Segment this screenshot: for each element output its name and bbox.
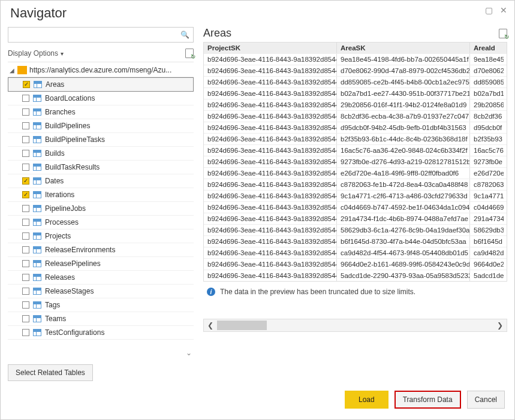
tree-item-areas[interactable]: ✓Areas <box>8 77 194 92</box>
cell: d95dcb0f <box>470 122 504 133</box>
table-row[interactable]: b924d696-3eae-4116-8443-9a18392d85445862… <box>204 224 507 235</box>
table-row[interactable]: b924d696-3eae-4116-8443-9a18392d85449273… <box>204 156 507 167</box>
checkbox[interactable]: ✓ <box>23 81 30 88</box>
col-areask[interactable]: AreaSK <box>337 43 470 53</box>
right-panel: Areas ProjectSK AreaSK AreaId b924d696-3… <box>203 27 507 381</box>
tree-item-releaseenvironments[interactable]: ReleaseEnvironments <box>8 243 194 257</box>
tree-item-buildpipelinetasks[interactable]: BuildPipelineTasks <box>8 133 194 147</box>
tree-item-tags[interactable]: Tags <box>8 298 194 312</box>
search-icon[interactable]: 🔍 <box>180 31 189 39</box>
checkbox[interactable] <box>22 315 29 322</box>
tree-item-label: TestConfigurations <box>45 328 104 337</box>
table-row[interactable]: b924d696-3eae-4116-8443-9a18392d8544d95d… <box>204 122 507 133</box>
refresh-schema-icon[interactable] <box>185 49 194 58</box>
checkbox[interactable] <box>22 301 29 309</box>
maximize-icon[interactable]: ▢ <box>485 5 493 15</box>
tree-item-pipelinejobs[interactable]: PipelineJobs <box>8 202 194 216</box>
scroll-down-icon[interactable]: ⌄ <box>184 349 194 358</box>
cell: 9ea18e45-4198-4fd6-bb7a-002650445a1f <box>337 54 470 65</box>
table-row[interactable]: b924d696-3eae-4116-8443-9a18392d8544e26d… <box>204 167 507 179</box>
table-row[interactable]: b924d696-3eae-4116-8443-9a18392d8544b6f1… <box>204 235 507 247</box>
display-options-button[interactable]: Display Options ▾ <box>8 49 64 58</box>
table-row[interactable]: b924d696-3eae-4116-8443-9a18392d85449c1a… <box>204 190 507 201</box>
table-icon <box>33 232 41 240</box>
checkbox[interactable] <box>22 232 29 240</box>
cancel-button[interactable]: Cancel <box>467 391 505 409</box>
tree-item-dates[interactable]: ✓Dates <box>8 174 194 188</box>
tree-item-label: PipelineJobs <box>45 204 86 213</box>
checkbox[interactable] <box>22 95 29 102</box>
checkbox[interactable] <box>22 205 29 212</box>
checkbox[interactable] <box>22 288 29 295</box>
search-box[interactable]: 🔍 <box>8 27 194 43</box>
cell: b924d696-3eae-4116-8443-9a18392d8544 <box>204 65 337 76</box>
checkbox[interactable] <box>22 108 29 116</box>
table-row[interactable]: b924d696-3eae-4116-8443-9a18392d8544c04d… <box>204 201 507 213</box>
table-row[interactable]: b924d696-3eae-4116-8443-9a18392d8544291a… <box>204 213 507 224</box>
tree-item-releasepipelines[interactable]: ReleasePipelines <box>8 257 194 271</box>
table-row[interactable]: b924d696-3eae-4116-8443-9a18392d8544c878… <box>204 179 507 190</box>
table-row[interactable]: b924d696-3eae-4116-8443-9a18392d8544d70e… <box>204 65 507 76</box>
tree-item-testconfigurations[interactable]: TestConfigurations <box>8 326 194 340</box>
cell: b924d696-3eae-4116-8443-9a18392d8544 <box>204 270 337 281</box>
checkbox[interactable] <box>22 219 29 226</box>
tree-item-buildpipelines[interactable]: BuildPipelines <box>8 119 194 133</box>
tree-item-projects[interactable]: Projects <box>8 229 194 243</box>
cell: d95dcb0f-94b2-45db-9efb-01dbf4b31563 <box>337 122 470 133</box>
table-row[interactable]: b924d696-3eae-4116-8443-9a18392d854416ac… <box>204 144 507 156</box>
checkbox[interactable] <box>22 150 29 157</box>
tree-root[interactable]: ◢https://analytics.dev.azure.com/mseng/A… <box>8 64 194 77</box>
tree-item-branches[interactable]: Branches <box>8 105 194 119</box>
checkbox[interactable] <box>22 246 29 253</box>
cell: dd859085-ce2b-4f45-b4b8-00cb1a2ec975 <box>337 77 470 87</box>
scroll-track[interactable] <box>217 319 493 331</box>
select-related-tables-button[interactable]: Select Related Tables <box>8 364 93 381</box>
cell: b924d696-3eae-4116-8443-9a18392d8544 <box>204 168 337 179</box>
checkbox[interactable] <box>22 260 29 267</box>
table-row[interactable]: b924d696-3eae-4116-8443-9a18392d8544ca9d… <box>204 247 507 258</box>
scroll-thumb[interactable] <box>217 321 267 330</box>
transform-data-button[interactable]: Transform Data <box>394 391 461 409</box>
cell: 9ea18e45 <box>470 54 504 65</box>
cell: c04d4669-b747-4592-be1f-04634da1c094 <box>337 202 470 213</box>
cell: b6f1645d-8730-4f7a-b44e-04d50bfc53aa <box>337 236 470 247</box>
left-panel: 🔍 Display Options ▾ ◢https://analytics.d… <box>8 27 194 381</box>
tree-item-iterations[interactable]: ✓Iterations <box>8 188 194 202</box>
table-icon <box>33 95 41 102</box>
table-icon <box>33 246 41 253</box>
table-row[interactable]: b924d696-3eae-4116-8443-9a18392d85449664… <box>204 258 507 270</box>
load-button[interactable]: Load <box>345 391 388 409</box>
scroll-left-icon[interactable]: ❮ <box>204 321 217 330</box>
checkbox[interactable] <box>22 164 29 171</box>
checkbox[interactable] <box>22 122 29 129</box>
table-row[interactable]: b924d696-3eae-4116-8443-9a18392d8544dd85… <box>204 76 507 87</box>
table-row[interactable]: b924d696-3eae-4116-8443-9a18392d8544b02a… <box>204 87 507 99</box>
scroll-right-icon[interactable]: ❯ <box>493 321 507 330</box>
info-icon: i <box>207 288 215 296</box>
col-areaid[interactable]: AreaId <box>470 43 504 53</box>
tree-item-buildtaskresults[interactable]: BuildTaskResults <box>8 161 194 174</box>
horizontal-scrollbar[interactable]: ❮ ❯ <box>203 319 507 332</box>
table-icon <box>33 191 41 198</box>
col-projectsk[interactable]: ProjectSK <box>204 43 337 53</box>
tree-item-teams[interactable]: Teams <box>8 312 194 326</box>
checkbox[interactable]: ✓ <box>22 191 29 198</box>
checkbox[interactable] <box>22 136 29 143</box>
search-input[interactable] <box>12 30 180 40</box>
table-row[interactable]: b924d696-3eae-4116-8443-9a18392d854429b2… <box>204 99 507 110</box>
close-icon[interactable]: ✕ <box>500 5 507 15</box>
tree-item-processes[interactable]: Processes <box>8 216 194 229</box>
table-row[interactable]: b924d696-3eae-4116-8443-9a18392d85445adc… <box>204 270 507 281</box>
checkbox[interactable] <box>22 274 29 281</box>
tree-item-builds[interactable]: Builds <box>8 147 194 161</box>
tree-item-label: Teams <box>45 315 66 323</box>
tree-item-boardlocations[interactable]: BoardLocations <box>8 92 194 105</box>
tree-item-releases[interactable]: Releases <box>8 271 194 285</box>
table-row[interactable]: b924d696-3eae-4116-8443-9a18392d85448cb2… <box>204 110 507 122</box>
checkbox[interactable] <box>22 329 29 336</box>
checkbox[interactable]: ✓ <box>22 177 29 185</box>
refresh-preview-icon[interactable] <box>499 29 507 38</box>
table-row[interactable]: b924d696-3eae-4116-8443-9a18392d85449ea1… <box>204 53 507 65</box>
table-row[interactable]: b924d696-3eae-4116-8443-9a18392d8544b2f3… <box>204 133 507 144</box>
tree-item-releasestages[interactable]: ReleaseStages <box>8 285 194 298</box>
